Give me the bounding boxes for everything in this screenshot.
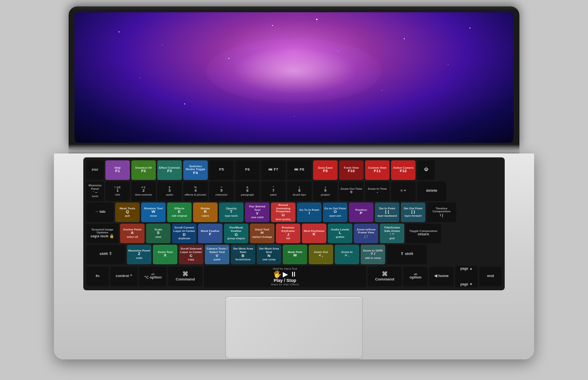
key-k[interactable]: Next KeyframeK — [302, 224, 326, 243]
star — [469, 27, 470, 28]
key-v[interactable]: Camera Tools / Select ToolVpaste — [205, 245, 229, 264]
star — [404, 38, 405, 39]
stars-decoration — [74, 12, 514, 143]
key-f2[interactable]: Deselect AllF2 — [131, 160, 156, 180]
key-b[interactable]: Set Work Area StartBbrush/clone — [231, 245, 255, 264]
key-capslock[interactable]: Suspend Image Updatescaps lock 🔒 — [86, 224, 119, 243]
laptop-body: esc HelpF1 Deselect AllF2 Effect Control… — [54, 153, 534, 359]
key-1[interactable]: ! @€1info — [105, 181, 130, 201]
key-end[interactable]: end — [479, 267, 502, 286]
star — [228, 58, 229, 59]
asdf-row: Suspend Image Updatescaps lock 🔒 Anchor … — [86, 224, 502, 243]
key-bracket-left[interactable]: Set In Point[ {layer backward — [375, 203, 399, 222]
key-z[interactable]: Maximize PanelZundo — [127, 245, 151, 264]
hinge-bar — [69, 149, 519, 153]
key-equal[interactable]: = + — [391, 181, 416, 201]
key-f11[interactable]: Custom ViewF11 — [365, 160, 390, 180]
key-c[interactable]: Scroll Selected Layer to CenterCcopy — [179, 245, 203, 264]
star — [382, 90, 382, 91]
key-option-left[interactable]: a1⌥ option — [139, 267, 167, 286]
key-l[interactable]: Audio LevelsLguides — [328, 224, 352, 243]
key-u[interactable]: Reveal Animating PropertiesUbest quality — [271, 203, 295, 222]
bottom-row: fn control ^ a1⌥ option ⌘ Command Hold f… — [86, 266, 502, 287]
key-home[interactable]: ◀ home — [429, 267, 454, 286]
key-command-left[interactable]: ⌘ Command — [168, 267, 202, 286]
trackpad[interactable] — [225, 296, 363, 359]
key-bracket-right[interactable]: Set Out Point] }layer forward — [401, 203, 425, 222]
star — [316, 19, 318, 20]
key-h[interactable]: Hand ToolHreplace footage — [250, 224, 274, 243]
keyboard: esc HelpF1 Deselect AllF2 Effect Control… — [83, 157, 505, 290]
key-t[interactable]: OpacityTtype tools — [219, 203, 244, 222]
key-period[interactable]: Zoom In> . — [335, 245, 359, 264]
key-r[interactable]: RotateRrulers — [193, 203, 218, 222]
screen-display — [74, 12, 514, 143]
key-y[interactable]: Pan Behind ToolYnew solid — [245, 203, 270, 222]
key-control[interactable]: control ^ — [110, 267, 138, 286]
function-row: esc HelpF1 Deselect AllF2 Effect Control… — [86, 160, 502, 180]
key-7[interactable]: *7paint — [261, 181, 286, 201]
key-3[interactable]: $ 3audio — [157, 181, 182, 201]
key-minus[interactable]: Zoom In Time- — [365, 181, 390, 201]
key-w[interactable]: Rotation ToolWclose — [141, 203, 166, 222]
key-f3[interactable]: Effect ControlsF3 — [157, 160, 182, 180]
key-i[interactable]: Go To In PointI — [297, 203, 321, 222]
key-p[interactable]: PositionP — [349, 203, 373, 222]
key-0[interactable]: Zoom Out Time0 — [339, 181, 364, 201]
key-f1[interactable]: HelpF1 — [105, 160, 130, 180]
qwerty-row: → tab Mask ToolsQquit Rotation ToolWclos… — [86, 203, 502, 222]
key-s[interactable]: ScaleSsave — [146, 224, 171, 243]
key-slash[interactable]: Zoom to 100%? /add to comp — [361, 245, 385, 264]
key-f8[interactable]: ⏭ F8 — [287, 160, 312, 180]
key-m[interactable]: Mask PathM — [283, 245, 307, 264]
key-5[interactable]: ^5character — [209, 181, 234, 201]
key-comma[interactable]: Zoom Out< , — [309, 245, 333, 264]
star — [140, 77, 141, 78]
screen-lid — [69, 6, 519, 149]
key-delete[interactable]: delete — [417, 181, 446, 201]
zxcv-row: shift ⇧ Maximize PanelZundo Zoom ToolX S… — [86, 245, 502, 264]
key-f6[interactable]: F6 — [235, 160, 260, 180]
key-fn[interactable]: fn — [86, 267, 109, 286]
star — [294, 116, 294, 117]
key-f7[interactable]: ⏮ F7 — [261, 160, 286, 180]
key-e[interactable]: EffectsEedit original — [167, 203, 192, 222]
key-d[interactable]: Scroll Current Layer to CenterDduplicate — [172, 224, 196, 243]
key-9[interactable]: )9project — [313, 181, 338, 201]
key-2[interactable]: # £2time controls — [131, 181, 156, 201]
key-power[interactable]: ⏻ — [417, 160, 435, 180]
key-f5[interactable]: F5 — [209, 160, 234, 180]
star — [338, 51, 339, 51]
key-option-right[interactable]: altoption — [403, 267, 428, 286]
key-pageup-down[interactable]: page ▲ page ▼ — [455, 266, 478, 287]
key-x[interactable]: Zoom ToolX — [153, 245, 177, 264]
key-esc[interactable]: esc — [86, 160, 104, 180]
star — [119, 31, 120, 32]
key-6[interactable]: &6paragraph — [235, 181, 260, 201]
key-f4[interactable]: Switches Modes ToggleF4 — [183, 160, 208, 180]
key-spacebar[interactable]: Hold for Hand Tool 🖐 ▶ ⏸ Play / Stop Mad… — [204, 266, 366, 287]
key-a[interactable]: Anchor PointAselect all — [120, 224, 145, 243]
key-shift-right[interactable]: ⇧ shift — [387, 245, 427, 264]
key-g[interactable]: Pen/Mask FeatherGgroup shapes — [224, 224, 248, 243]
key-f[interactable]: Mask FeatherF — [198, 224, 222, 243]
laptop: esc HelpF1 Deselect AllF2 Effect Control… — [24, 6, 564, 374]
key-f12[interactable]: Active CameraF12 — [391, 160, 416, 180]
key-return[interactable]: Toggle Compositionreturn — [406, 224, 441, 243]
key-command-right[interactable]: ⌘ Command — [368, 267, 402, 286]
key-8[interactable]: (8brush tips — [287, 181, 312, 201]
key-n[interactable]: Set Work Area EndNnew comp — [257, 245, 281, 264]
key-quote[interactable]: Title/Action Safe Zones' "grid — [380, 224, 404, 243]
key-q[interactable]: Mask ToolsQquit — [115, 203, 140, 222]
key-j[interactable]: Previous KeyframeJfull — [276, 224, 300, 243]
key-semicolon[interactable]: Zoom to/from Frame View; : — [354, 224, 378, 243]
key-f10[interactable]: Front ViewF10 — [339, 160, 364, 180]
key-tab[interactable]: → tab — [86, 203, 114, 222]
key-f9[interactable]: Easy EaseF9 — [313, 160, 338, 180]
key-return-top[interactable]: Timeline Composition\ | — [427, 203, 456, 222]
key-o[interactable]: Go to Out PointOopen ami — [323, 203, 347, 222]
key-backtick[interactable]: Maximize Panel` ~tools — [86, 181, 104, 201]
key-shift-left[interactable]: shift ⇧ — [86, 245, 125, 264]
key-4[interactable]: %4effects & presets — [183, 181, 208, 201]
star — [162, 45, 163, 45]
